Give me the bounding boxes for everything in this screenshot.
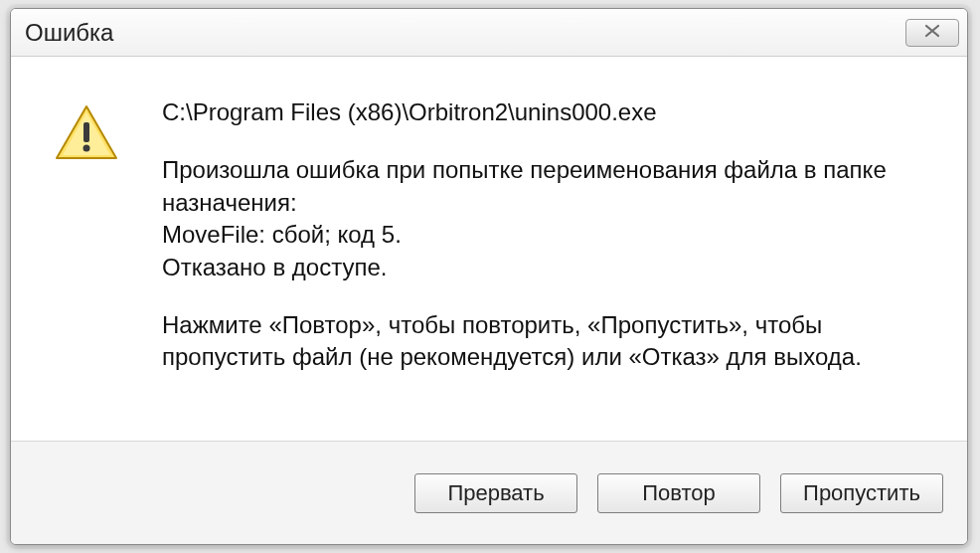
message-body: Произошла ошибка при попытке переименова… (162, 154, 927, 283)
svg-point-3 (83, 145, 90, 152)
close-button[interactable] (905, 19, 959, 47)
dialog-content: C:\Program Files (x86)\Orbitron2\unins00… (11, 57, 967, 443)
skip-button[interactable]: Пропустить (780, 473, 943, 513)
dialog-title: Ошибка (25, 19, 113, 47)
message-hint: Нажмите «Повтор», чтобы повторить, «Проп… (162, 309, 927, 374)
titlebar: Ошибка (11, 9, 967, 57)
close-icon (924, 24, 940, 42)
error-dialog: Ошибка C:\Program Files (x86)\Orbitron2\… (10, 8, 968, 545)
retry-button[interactable]: Повтор (597, 473, 760, 513)
warning-icon (55, 104, 118, 443)
message-file-path: C:\Program Files (x86)\Orbitron2\unins00… (162, 96, 927, 128)
message-area: C:\Program Files (x86)\Orbitron2\unins00… (162, 96, 927, 443)
button-row: Прервать Повтор Пропустить (11, 441, 967, 544)
svg-rect-2 (83, 122, 89, 142)
abort-button[interactable]: Прервать (414, 473, 577, 513)
